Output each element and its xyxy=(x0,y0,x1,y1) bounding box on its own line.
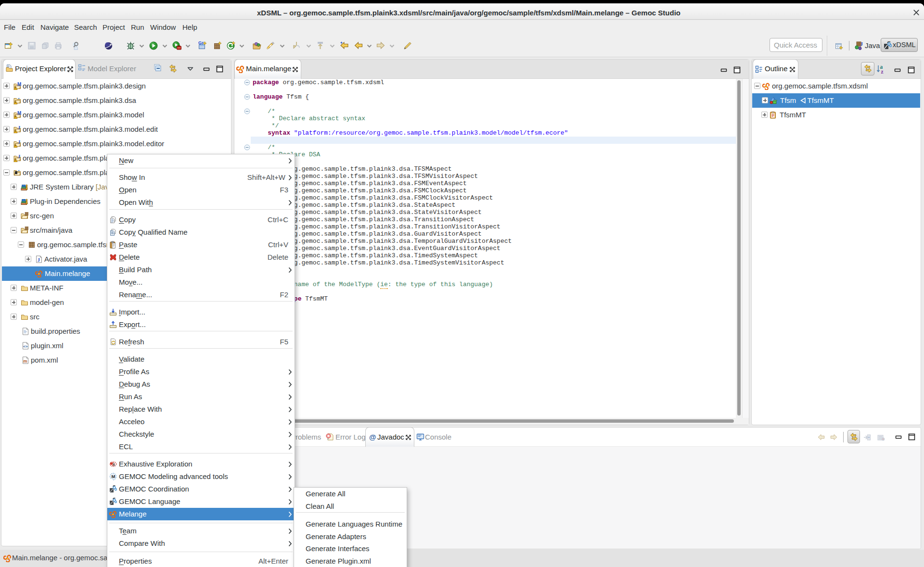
svg-text:m: m xyxy=(24,359,27,364)
svg-text:Gr: Gr xyxy=(198,41,204,45)
svg-text:M: M xyxy=(17,111,21,116)
svg-text:J: J xyxy=(18,126,20,130)
svg-text:J: J xyxy=(860,41,863,47)
svg-text:J: J xyxy=(18,154,20,159)
svg-text:M: M xyxy=(112,474,116,479)
svg-text:J: J xyxy=(18,140,20,145)
svg-text:M: M xyxy=(17,82,21,87)
svg-text:J: J xyxy=(38,257,40,263)
svg-text:S: S xyxy=(113,462,115,467)
svg-text:<>: <> xyxy=(23,344,28,349)
svg-text:z: z xyxy=(881,69,884,75)
